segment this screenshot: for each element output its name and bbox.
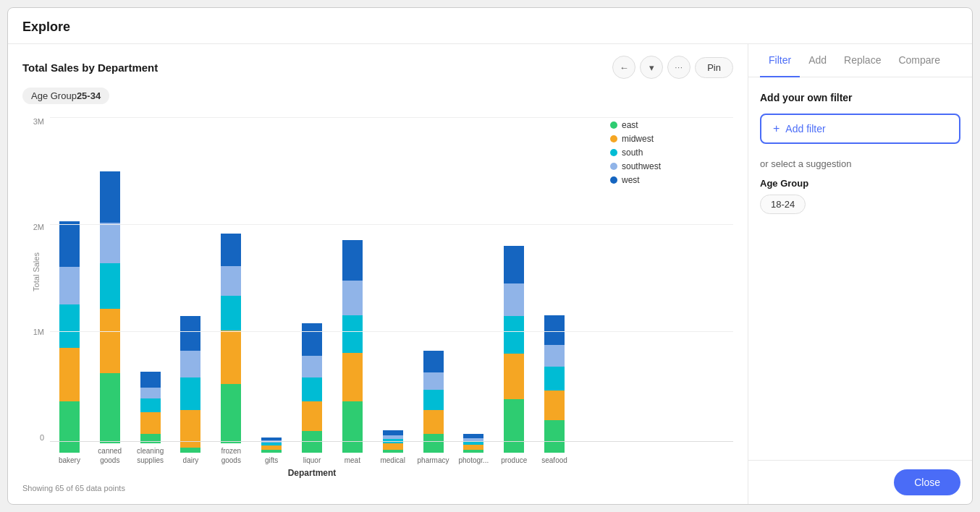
bar-segment-south xyxy=(140,398,161,412)
bar-label-6: liquor xyxy=(303,456,321,465)
bar-segment-west xyxy=(383,430,403,435)
bar-segment-west xyxy=(59,221,80,267)
bar-label-12: seafood xyxy=(541,456,567,465)
dropdown-button[interactable]: ▾ xyxy=(640,56,663,79)
bar-segment-southwest xyxy=(504,283,524,316)
bar-label-11: produce xyxy=(501,456,527,465)
bar-segment-south xyxy=(100,263,120,309)
bar-segment-south xyxy=(221,296,241,330)
bar-segment-midwest xyxy=(544,391,565,420)
bar-group-bakery: bakery xyxy=(50,221,89,465)
bar-segment-southwest xyxy=(100,223,120,263)
filter-badge: Age Group 25-34 xyxy=(22,88,109,104)
legend-midwest-label: midwest xyxy=(622,134,654,144)
bar-segment-south xyxy=(302,377,322,401)
legend-west-dot xyxy=(610,176,617,184)
tab-compare[interactable]: Compare xyxy=(890,44,949,77)
bar-segment-east xyxy=(383,450,403,453)
bar-segment-southwest xyxy=(221,266,241,296)
bar-label-3: dairy xyxy=(183,456,199,465)
bar-segment-southwest xyxy=(140,388,161,398)
tab-add[interactable]: Add xyxy=(800,44,835,77)
bar-segment-midwest xyxy=(302,401,322,431)
legend-west: west xyxy=(610,175,661,185)
bar-segment-east xyxy=(302,431,322,453)
bar-label-2: cleaning supplies xyxy=(137,446,164,465)
bar-segment-west xyxy=(180,316,200,351)
bar-segment-midwest xyxy=(59,348,80,401)
more-button[interactable]: ··· xyxy=(667,56,690,79)
pin-button[interactable]: Pin xyxy=(695,57,733,78)
bar-segment-midwest xyxy=(383,443,403,450)
bar-segment-southwest xyxy=(302,356,322,377)
legend: east midwest south xyxy=(610,120,661,185)
y-axis-title: Total Sales xyxy=(32,252,41,291)
bar-segment-midwest xyxy=(342,353,363,401)
bar-segment-east xyxy=(180,448,200,453)
bar-segment-south xyxy=(342,315,363,353)
bar-label-5: gifts xyxy=(265,456,278,465)
bar-segment-south xyxy=(59,304,80,348)
legend-southwest: southwest xyxy=(610,161,661,171)
bar-segment-south xyxy=(423,390,444,410)
age-group-label: Age Group xyxy=(760,178,960,189)
bar-segment-southwest xyxy=(544,345,565,367)
legend-southwest-label: southwest xyxy=(622,161,661,171)
bar-segment-west xyxy=(302,323,322,356)
tab-replace[interactable]: Replace xyxy=(835,44,890,77)
tab-filter[interactable]: Filter xyxy=(760,44,800,77)
plus-icon: + xyxy=(773,122,780,135)
bar-stack-10 xyxy=(463,434,483,453)
bar-segment-west xyxy=(544,315,565,345)
bar-group-gifts: gifts xyxy=(252,438,291,465)
bar-label-9: pharmacy xyxy=(418,456,449,465)
legend-south: south xyxy=(610,148,661,158)
bar-stack-2 xyxy=(140,372,161,443)
bar-segment-east xyxy=(261,450,282,453)
bar-stack-6 xyxy=(302,323,322,453)
bar-stack-3 xyxy=(180,316,200,453)
bar-group-frozen-goods: frozen goods xyxy=(211,234,250,465)
bar-group-dairy: dairy xyxy=(172,316,211,465)
bar-stack-4 xyxy=(221,234,241,443)
close-button[interactable]: Close xyxy=(894,469,960,495)
bar-stack-1 xyxy=(100,171,120,443)
bar-segment-west xyxy=(504,246,524,283)
bar-group-seafood: seafood xyxy=(535,315,574,465)
bar-label-7: meat xyxy=(345,456,360,465)
y-tick-1m: 1M xyxy=(33,328,44,336)
bar-segment-west xyxy=(342,240,363,281)
age-chip-18-24[interactable]: 18-24 xyxy=(760,195,806,214)
bar-group-liquor: liquor xyxy=(292,323,331,465)
bar-segment-south xyxy=(180,377,200,410)
back-button[interactable]: ← xyxy=(612,56,635,79)
bar-segment-west xyxy=(423,351,444,372)
chart-header: Total Sales by Department ← ▾ ··· Pin xyxy=(22,56,733,79)
main-window: Explore Total Sales by Department ← ▾ ··… xyxy=(7,7,973,505)
bar-stack-7 xyxy=(342,240,363,453)
y-tick-2m: 2M xyxy=(33,223,44,231)
add-filter-button[interactable]: + Add filter xyxy=(760,114,960,144)
bar-segment-midwest xyxy=(463,445,483,450)
bar-segment-west xyxy=(221,234,241,266)
add-filter-label: Add filter xyxy=(785,123,825,135)
legend-east-label: east xyxy=(622,120,638,130)
bar-group-produce: produce xyxy=(494,246,533,465)
bar-group-medical: medical xyxy=(373,430,413,465)
bar-group-photogr...: photogr... xyxy=(454,434,493,465)
bar-label-1: canned goods xyxy=(98,446,122,465)
bar-segment-midwest xyxy=(180,410,200,448)
bar-segment-midwest xyxy=(423,410,444,434)
close-btn-area: Close xyxy=(748,460,972,504)
bar-segment-west xyxy=(100,171,120,223)
bar-segment-east xyxy=(140,434,161,443)
bar-label-0: bakery xyxy=(59,456,80,465)
bar-group-meat: meat xyxy=(333,240,372,465)
legend-midwest: midwest xyxy=(610,134,661,144)
filter-badge-prefix: Age Group xyxy=(31,90,77,101)
bar-group-cleaning-supplies: cleaning supplies xyxy=(131,372,170,465)
bar-group-canned-goods: canned goods xyxy=(90,171,130,465)
bar-label-10: photogr... xyxy=(459,456,489,465)
legend-midwest-dot xyxy=(610,135,617,142)
main-content: Total Sales by Department ← ▾ ··· Pin Ag… xyxy=(8,44,972,504)
